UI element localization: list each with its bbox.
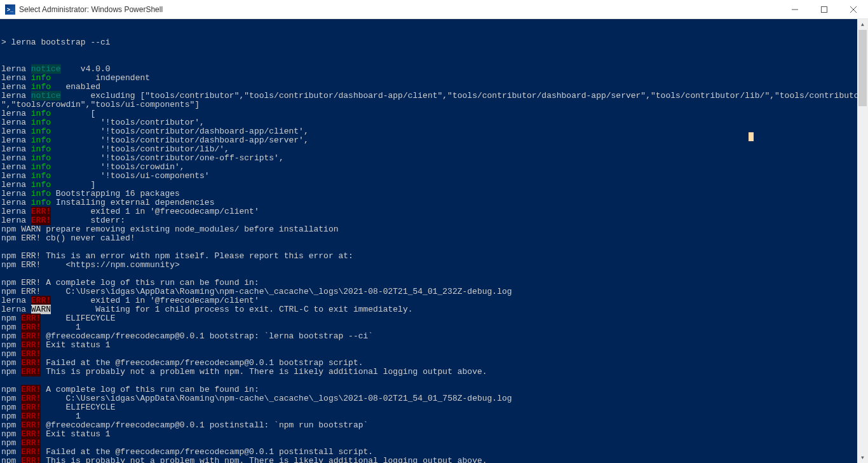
output-line: npm ERR! Failed at the @freecodecamp/fre… xyxy=(1,359,868,368)
output-line xyxy=(1,243,868,252)
output-line: npm ERR! xyxy=(1,350,868,359)
output-line: npm ERR! A complete log of this run can … xyxy=(1,385,868,394)
output-line: npm ERR! C:\Users\idgas\AppData\Roaming\… xyxy=(1,287,868,296)
minimize-button[interactable] xyxy=(780,0,810,18)
output-line: lerna ERR! exited 1 in '@freecodecamp/cl… xyxy=(1,207,868,216)
output-line: lerna info '!tools/ui-components' xyxy=(1,172,868,181)
output-line: npm ERR! xyxy=(1,439,868,448)
text-cursor xyxy=(749,132,754,141)
output-line: lerna info '!tools/crowdin', xyxy=(1,163,868,172)
close-button[interactable] xyxy=(839,0,868,18)
output-line: lerna info [ xyxy=(1,109,868,118)
output-line xyxy=(1,377,868,385)
powershell-icon: >_ xyxy=(5,4,15,15)
output-line: npm ERR! Exit status 1 xyxy=(1,430,868,439)
output-line: npm ERR! @freecodecamp/freecodecamp@0.0.… xyxy=(1,421,868,430)
output-line: lerna info '!tools/contributor', xyxy=(1,118,868,127)
output-line: npm ERR! A complete log of this run can … xyxy=(1,279,868,287)
output-line: npm ERR! This is probably not a problem … xyxy=(1,368,868,377)
maximize-button[interactable] xyxy=(810,0,839,18)
svg-rect-1 xyxy=(822,6,827,12)
output-line: lerna info independent xyxy=(1,74,868,83)
output-line: npm ERR! ELIFECYCLE xyxy=(1,403,868,412)
output-line: npm ERR! This is probably not a problem … xyxy=(1,457,868,463)
output-line: npm ERR! Exit status 1 xyxy=(1,341,868,350)
output-line: lerna notice excluding ["tools/contribut… xyxy=(1,92,868,100)
window-title: Select Administrator: Windows PowerShell xyxy=(19,5,780,14)
command-line: > lerna bootstrap --ci xyxy=(1,38,868,47)
output-line: lerna WARN Waiting for 1 child process t… xyxy=(1,305,868,314)
output-line: npm ERR! <https://npm.community> xyxy=(1,261,868,270)
output-line: lerna info '!tools/contributor/dashboard… xyxy=(1,136,868,145)
output-line: npm ERR! ELIFECYCLE xyxy=(1,314,868,323)
output-line: npm ERR! This is an error with npm itsel… xyxy=(1,252,868,261)
scroll-up-button[interactable]: ▲ xyxy=(857,19,868,30)
output-line: npm WARN prepare removing existing node_… xyxy=(1,225,868,234)
scrollbar-track[interactable] xyxy=(857,30,868,452)
output-line xyxy=(1,270,868,279)
output-line: lerna info enabled xyxy=(1,83,868,92)
output-line: npm ERR! 1 xyxy=(1,412,868,421)
command-text: lerna bootstrap --ci xyxy=(11,38,111,47)
output-line: lerna info Installing external dependenc… xyxy=(1,198,868,207)
output-line: lerna info '!tools/contributor/dashboard… xyxy=(1,127,868,136)
output-line: npm ERR! @freecodecamp/freecodecamp@0.0.… xyxy=(1,332,868,341)
output-line: lerna info Bootstrapping 16 packages xyxy=(1,190,868,198)
window-titlebar[interactable]: >_ Select Administrator: Windows PowerSh… xyxy=(0,0,868,19)
output-line: lerna info '!tools/contributor/lib/', xyxy=(1,145,868,154)
output-line: lerna ERR! exited 1 in '@freecodecamp/cl… xyxy=(1,296,868,305)
output-line: npm ERR! 1 xyxy=(1,323,868,332)
output-line: lerna info '!tools/contributor/one-off-s… xyxy=(1,154,868,163)
output-line: npm ERR! C:\Users\idgas\AppData\Roaming\… xyxy=(1,394,868,403)
scrollbar-thumb[interactable] xyxy=(858,30,867,106)
terminal-body[interactable]: > lerna bootstrap --ci lerna notice v4.0… xyxy=(0,19,868,463)
output-line: npm ERR! cb() never called! xyxy=(1,234,868,243)
terminal-output: lerna notice v4.0.0lerna info independen… xyxy=(1,65,868,463)
vertical-scrollbar[interactable]: ▲ ▼ xyxy=(857,19,868,463)
window-controls xyxy=(780,0,868,18)
output-line: lerna notice v4.0.0 xyxy=(1,65,868,74)
output-line: ","tools/crowdin","tools/ui-components"] xyxy=(1,100,868,109)
output-line: lerna info ] xyxy=(1,181,868,190)
output-line: lerna ERR! stderr: xyxy=(1,216,868,225)
output-line: npm ERR! Failed at the @freecodecamp/fre… xyxy=(1,448,868,457)
scroll-down-button[interactable]: ▼ xyxy=(857,452,868,463)
